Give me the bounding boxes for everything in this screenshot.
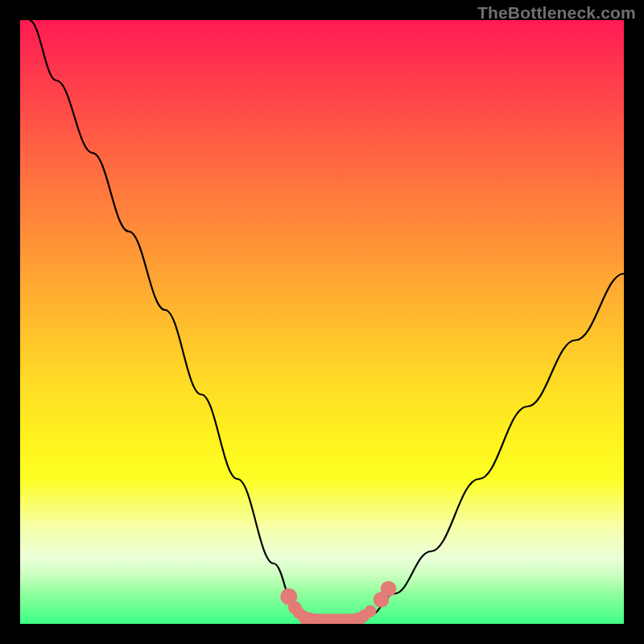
chart-frame: TheBottleneck.com xyxy=(0,0,644,644)
watermark-text: TheBottleneck.com xyxy=(477,3,636,23)
curve-marker xyxy=(365,605,377,617)
bottleneck-curve xyxy=(29,20,624,621)
curve-marker xyxy=(381,581,397,597)
curve-markers xyxy=(280,581,396,624)
chart-svg xyxy=(20,20,624,624)
